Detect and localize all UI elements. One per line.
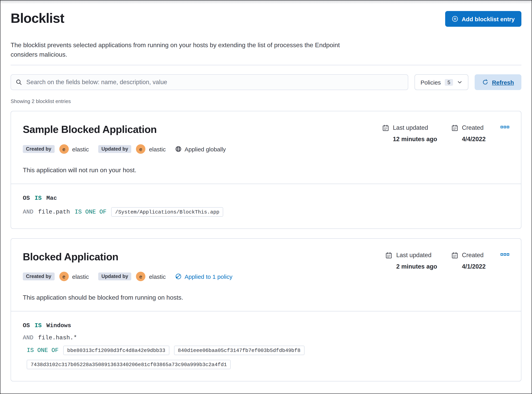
refresh-button[interactable]: Refresh — [475, 74, 521, 90]
updated-by-badge: Updated by — [98, 273, 131, 280]
blocklist-page: Blocklist Add blocklist entry The blockl… — [0, 0, 532, 394]
criteria-condition-line: AND file.path IS ONE OF /System/Applicat… — [23, 207, 509, 217]
page-title: Blocklist — [11, 10, 64, 26]
blocklist-entry-card: Sample Blocked Application Created by e … — [11, 111, 521, 229]
entry-header-left: Blocked Application Created by e elastic… — [23, 250, 386, 302]
criteria-os-field: OS — [23, 195, 30, 202]
policies-count-badge: 5 — [445, 79, 453, 86]
entry-title: Blocked Application — [23, 250, 386, 263]
boxes-horizontal-icon — [501, 253, 509, 256]
criteria-field: file.path — [38, 209, 70, 215]
criteria-os-value: Mac — [46, 195, 57, 202]
created-by-user: elastic — [72, 273, 89, 280]
last-updated-value: 2 minutes ago — [396, 263, 437, 270]
criteria-os-line: OS IS Windows — [23, 322, 509, 329]
updated-by-user: elastic — [149, 146, 166, 152]
last-updated-label: Last updated — [396, 252, 437, 259]
last-updated-group: Last updated 2 minutes ago — [386, 252, 437, 270]
entry-meta-row: Created by e elastic Updated by e elasti… — [23, 272, 386, 281]
page-header: Blocklist Add blocklist entry — [11, 10, 521, 27]
last-updated-value: 12 minutes ago — [393, 136, 437, 143]
calendar-icon — [386, 252, 392, 270]
criteria-values-line: IS ONE OF bbe80313cf12098d3fc4d8a42e9dbb… — [23, 346, 509, 369]
criteria-value-chip: /System/Applications/BlockThis.app — [111, 207, 223, 217]
criteria-conjunction: AND — [23, 209, 33, 215]
criteria-os-line: OS IS Mac — [23, 195, 509, 202]
criteria-operator: IS ONE OF — [27, 347, 59, 354]
last-updated-group: Last updated 12 minutes ago — [382, 124, 437, 143]
created-by-badge: Created by — [23, 273, 54, 280]
created-by-avatar: e — [59, 144, 69, 154]
search-input[interactable] — [25, 78, 403, 86]
created-label: Created — [462, 252, 486, 259]
refresh-icon — [482, 79, 488, 85]
boxes-horizontal-icon — [501, 126, 509, 129]
add-blocklist-entry-label: Add blocklist entry — [462, 16, 515, 22]
created-by-avatar: e — [59, 272, 69, 281]
header-divider — [11, 65, 521, 65]
globe-icon — [175, 146, 181, 152]
calendar-icon — [451, 252, 458, 270]
calendar-icon — [382, 125, 389, 143]
controls-row: Policies 5 Refresh — [11, 74, 521, 90]
criteria-conjunction: AND — [23, 335, 33, 341]
criteria-os-field: OS — [23, 322, 30, 329]
criteria-condition-line: AND file.hash.* — [23, 335, 509, 341]
partial-circle-icon — [175, 273, 181, 280]
entry-criteria: OS IS Windows AND file.hash.* IS ONE OF … — [11, 311, 521, 381]
criteria-os-operator: IS — [35, 195, 42, 202]
created-by-badge: Created by — [23, 145, 54, 153]
calendar-icon — [451, 125, 458, 143]
created-group: Created 4/1/2022 — [451, 252, 486, 270]
criteria-value-chip: 840d1eee06baa05cf3147fb7ef003b5dfdb49bf8 — [174, 346, 304, 355]
created-value: 4/1/2022 — [462, 263, 486, 270]
created-by-user: elastic — [72, 146, 89, 152]
page-description: The blocklist prevents selected applicat… — [11, 41, 345, 59]
entry-header-right: Last updated 12 minutes ago Created 4/4/… — [382, 123, 510, 143]
entry-description: This application should be blocked from … — [23, 293, 386, 302]
criteria-os-operator: IS — [35, 322, 42, 329]
results-count: Showing 2 blocklist entries — [11, 98, 521, 104]
entry-criteria: OS IS Mac AND file.path IS ONE OF /Syste… — [11, 184, 521, 228]
refresh-label: Refresh — [492, 79, 514, 86]
criteria-field: file.hash.* — [38, 335, 77, 341]
entry-header-right: Last updated 2 minutes ago Created 4/1/2… — [386, 250, 510, 270]
created-label: Created — [462, 124, 486, 131]
entry-header: Blocked Application Created by e elastic… — [11, 239, 521, 311]
created-group: Created 4/4/2022 — [451, 124, 486, 143]
policies-filter-label: Policies — [421, 79, 441, 86]
plus-circle-icon — [452, 16, 458, 22]
blocklist-entry-card: Blocked Application Created by e elastic… — [11, 238, 521, 381]
search-box — [11, 74, 408, 90]
entry-header: Sample Blocked Application Created by e … — [11, 111, 521, 184]
policies-filter-button[interactable]: Policies 5 — [415, 74, 468, 90]
last-updated-label: Last updated — [393, 124, 437, 131]
criteria-operator: IS ONE OF — [75, 209, 106, 215]
created-value: 4/4/2022 — [462, 136, 486, 143]
entry-header-left: Sample Blocked Application Created by e … — [23, 123, 382, 175]
criteria-os-value: Windows — [46, 322, 71, 329]
search-icon — [16, 79, 22, 85]
entry-meta-row: Created by e elastic Updated by e elasti… — [23, 144, 382, 154]
chevron-down-icon — [457, 79, 462, 85]
updated-by-user: elastic — [149, 273, 166, 280]
entry-actions-menu-button[interactable] — [500, 125, 510, 129]
entry-scope-label: Applied globally — [184, 146, 226, 152]
entry-actions-menu-button[interactable] — [500, 252, 510, 257]
entry-scope-label: Applied to 1 policy — [184, 273, 232, 280]
updated-by-avatar: e — [136, 272, 145, 281]
criteria-value-chip: 7438d3102c317b05228a350891363340206e81cf… — [27, 360, 231, 369]
entry-title: Sample Blocked Application — [23, 123, 382, 136]
entry-description: This application will not run on your ho… — [23, 166, 382, 175]
entry-scope-policy-link[interactable]: Applied to 1 policy — [175, 273, 232, 280]
criteria-value-chip: bbe80313cf12098d3fc4d8a42e9dbb33 — [63, 346, 169, 355]
page-content: Blocklist Add blocklist entry The blockl… — [0, 0, 532, 394]
updated-by-avatar: e — [136, 144, 145, 154]
entry-scope: Applied globally — [175, 146, 226, 152]
add-blocklist-entry-button[interactable]: Add blocklist entry — [445, 11, 521, 27]
updated-by-badge: Updated by — [98, 145, 131, 153]
